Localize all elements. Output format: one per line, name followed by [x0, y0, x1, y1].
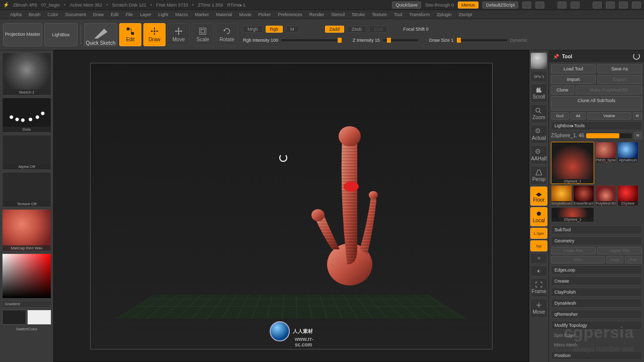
menu-color[interactable]: Color — [48, 12, 59, 17]
menu-preferences[interactable]: Preferences — [278, 12, 302, 17]
menu-zplugin[interactable]: Zplugin — [437, 12, 452, 17]
zadd-mode[interactable]: Zadd — [325, 26, 345, 33]
zsphere-r-button[interactable]: R — [634, 132, 642, 139]
claypolish-section[interactable]: ClayPolish — [551, 288, 642, 297]
tool-simplebrush[interactable]: SimpleBrush — [551, 185, 572, 206]
menu-render[interactable]: Render — [309, 12, 325, 17]
switch-color[interactable] — [2, 310, 51, 325]
zsphere-slider[interactable] — [586, 133, 632, 138]
gradient-button[interactable]: Gradient — [2, 301, 51, 308]
spix-button[interactable]: SPix 3 — [530, 71, 547, 82]
sdiv-slider[interactable]: SDiv — [551, 256, 605, 263]
texture-swatch[interactable]: Texture Off — [2, 172, 51, 207]
layout-icon-1[interactable] — [522, 2, 531, 9]
tool-eraserbrush[interactable]: EraserBrush — [573, 185, 594, 206]
qremesher-section[interactable]: qRemesher — [551, 310, 642, 319]
layout-icon-2[interactable] — [535, 2, 544, 9]
import-button[interactable]: Import — [551, 75, 596, 84]
save-as-button[interactable]: Save As — [597, 64, 642, 73]
dynamesh-section[interactable]: DynaMesh — [551, 299, 642, 308]
color-picker[interactable] — [2, 253, 51, 299]
menu-tool[interactable]: Tool — [394, 12, 403, 17]
draw-size-slider[interactable] — [457, 39, 507, 41]
menu-material[interactable]: Material — [216, 12, 232, 17]
tool-polymesh3d[interactable]: PolyMesh3D — [595, 185, 616, 206]
geometry-section[interactable]: Geometry — [551, 236, 642, 245]
frame-button[interactable]: Frame — [530, 278, 547, 297]
export-button[interactable]: Export — [597, 75, 642, 84]
projection-master-button[interactable]: Projection Master — [3, 23, 42, 46]
menu-alpha[interactable]: Alpha — [10, 12, 22, 17]
clone-all-button[interactable]: Clone All SubTools — [551, 96, 642, 111]
load-tool-button[interactable]: Load Tool — [551, 64, 596, 73]
menu-stroke[interactable]: Stroke — [352, 12, 365, 17]
clone-button[interactable]: Clone — [551, 85, 574, 95]
menu-stencil[interactable]: Stencil — [331, 12, 345, 17]
rstr-button[interactable]: Rstr — [625, 256, 642, 263]
position-section[interactable]: Position — [551, 351, 642, 360]
menu-movie[interactable]: Movie — [239, 12, 251, 17]
z-intensity-slider[interactable] — [383, 39, 418, 41]
render-thumb[interactable]: BPR — [530, 52, 547, 69]
xyz-button[interactable]: Xyz — [530, 240, 547, 251]
move-tool[interactable]: Move — [168, 23, 190, 46]
menu-edit[interactable]: Edit — [111, 12, 119, 17]
menu-document[interactable]: Document — [65, 12, 86, 17]
mrgb-mode[interactable]: Mrgb — [243, 26, 263, 33]
goz-all-button[interactable]: All — [571, 112, 586, 120]
m-mode[interactable]: M — [286, 26, 299, 33]
dock-right-icon[interactable] — [571, 2, 580, 9]
dynamic-label[interactable]: Dynamic — [510, 38, 528, 43]
lightbox-button[interactable]: LightBox — [44, 23, 77, 46]
menu-transform[interactable]: Transform — [409, 12, 430, 17]
scroll-button[interactable]: Scroll — [530, 83, 547, 103]
maximize-icon[interactable] — [619, 2, 628, 9]
draw-tool[interactable]: Draw — [143, 23, 166, 46]
zcut-mode[interactable]: Zcut — [369, 26, 387, 33]
zsub-mode[interactable]: Zsub — [347, 26, 366, 33]
transp-button[interactable]: ⟲ — [530, 253, 547, 264]
spin-edge-item[interactable]: Spin Edge — [551, 331, 642, 339]
tool-zsphere[interactable]: ZSphere — [617, 185, 638, 206]
menu-macro[interactable]: Macro — [175, 12, 188, 17]
menu-layer[interactable]: Layer — [140, 12, 151, 17]
modify-topology-section[interactable]: Modify Topology — [551, 321, 642, 330]
menu-brush[interactable]: Brush — [29, 12, 41, 17]
pin-icon[interactable]: 📌 — [553, 54, 559, 59]
reload-icon[interactable] — [633, 53, 640, 60]
alpha-swatch[interactable]: Alpha Off — [2, 135, 51, 170]
tool-zsphere-1b[interactable]: ZSphere_1 — [551, 207, 594, 222]
rotate-tool[interactable]: Rotate — [216, 23, 238, 46]
crease-section[interactable]: Crease — [551, 277, 642, 286]
tool-alphabrush[interactable]: AlphaBrush — [617, 142, 638, 163]
color-secondary[interactable] — [27, 310, 51, 325]
micro-mesh-item[interactable]: Micro Mesh — [551, 341, 642, 349]
menu-texture[interactable]: Texture — [372, 12, 387, 17]
move-view-button[interactable]: Move — [530, 299, 547, 318]
stroke-swatch[interactable]: Dots — [2, 98, 51, 133]
menus-toggle[interactable]: Menus — [458, 2, 478, 9]
menu-picker[interactable]: Picker — [258, 12, 271, 17]
lightbox-tools-link[interactable]: Lightbox▸Tools — [551, 121, 642, 130]
tool-zsphere-1[interactable]: ZSphere_1 — [551, 142, 594, 184]
goz-visible-button[interactable]: Visible — [587, 112, 631, 120]
close-icon[interactable] — [632, 2, 641, 9]
persp-button[interactable]: Persp — [530, 166, 547, 185]
menu-draw[interactable]: Draw — [93, 12, 104, 17]
material-swatch[interactable]: MatCap Red Wax — [2, 209, 51, 251]
tool-pm3d-sphere[interactable]: PM3D_Sphere3D_2 — [595, 142, 616, 163]
default-zscript[interactable]: DefaultZScript — [482, 2, 518, 9]
lower-res-button[interactable]: Lower Res — [551, 247, 596, 254]
brush-swatch[interactable]: Sketch 1 — [2, 52, 51, 96]
edit-tool[interactable]: Edit — [119, 23, 141, 46]
solo-button[interactable]: ◐ — [530, 265, 547, 277]
zoom-button[interactable]: Zoom — [530, 104, 547, 123]
quick-sketch-button[interactable]: Quick Sketch — [84, 23, 117, 46]
subtool-section[interactable]: SubTool — [551, 225, 642, 234]
higher-res-button[interactable]: Higher Res — [597, 247, 642, 254]
menu-file[interactable]: File — [126, 12, 133, 17]
lsym-button[interactable]: L.Sym — [530, 228, 547, 239]
rgb-intensity-slider[interactable] — [281, 39, 342, 41]
rgb-mode[interactable]: Rgb — [266, 26, 283, 33]
zsphere-model[interactable] — [297, 109, 387, 290]
